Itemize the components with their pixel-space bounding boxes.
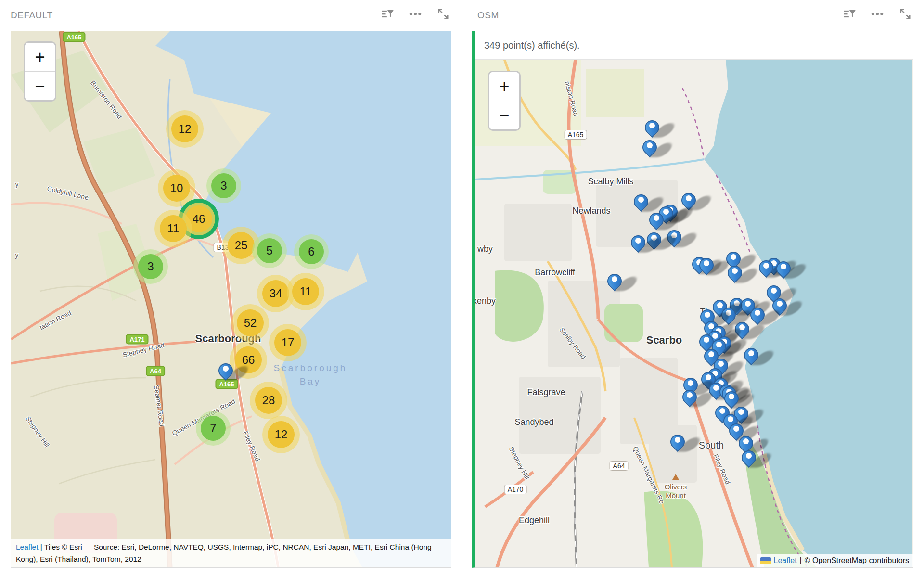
cluster-marker[interactable]: 5 [257,238,282,263]
attribution-text: © OpenStreetMap contributors [805,556,909,565]
leaflet-link[interactable]: Leaflet [16,543,38,551]
marker-dot [746,453,752,459]
marker-dot [675,437,680,443]
marker-dot [654,215,659,221]
points-count-status: 349 point(s) affiché(s). [475,40,580,51]
marker-dot [647,142,653,148]
filter-sort-icon[interactable] [380,7,395,21]
marker-dot [738,409,744,415]
marker-dot [712,333,718,339]
marker-dot [649,123,655,128]
attribution-separator: | [800,556,802,565]
map-attribution: Leaflet | © OpenStreetMap contributors [757,554,913,567]
cluster-marker[interactable]: 25 [228,232,255,259]
zoom-control: + − [24,41,56,102]
marker-dot [706,374,711,380]
marker-dot [223,366,229,372]
esri-basemap [11,31,451,567]
marker-dot [732,268,738,274]
dashboard: DEFAULT [0,0,924,577]
marker-dot [755,310,760,316]
marker-dot [771,288,777,294]
cluster-marker[interactable]: 10 [163,175,190,202]
osm-basemap [475,59,912,567]
filter-sort-icon[interactable] [842,7,857,21]
zoom-in-button[interactable]: + [489,72,519,101]
more-icon[interactable] [408,7,423,21]
cluster-marker[interactable]: 7 [201,416,226,441]
cluster-marker[interactable]: 28 [255,387,282,414]
marker-dot [686,195,692,201]
marker-dot [718,361,724,367]
map-panel-default: + − Leaflet | Tiles © Esri — Source: Esr… [11,31,451,568]
marker-dot [716,342,722,347]
cluster-marker[interactable]: 11 [292,278,319,305]
cluster-marker[interactable]: 46 [185,205,212,232]
zoom-in-button[interactable]: + [25,43,55,72]
marker-dot [717,302,723,308]
more-icon[interactable] [870,7,885,21]
osm-map[interactable]: + − Leaflet | © OpenStreetMap contributo… [475,59,913,567]
marker-dot [635,238,641,244]
status-bar: 349 point(s) affiché(s). [475,31,913,60]
marker-dot [705,312,710,318]
marker-dot [733,426,739,432]
marker-dot [781,264,786,269]
attribution-separator: | [38,543,44,551]
marker-dot [743,438,749,444]
cluster-marker[interactable]: 11 [160,215,187,242]
marker-dot [713,385,719,391]
esri-map[interactable]: + − Leaflet | Tiles © Esri — Source: Esr… [11,31,451,567]
marker-dot [687,392,693,398]
marker-dot [745,301,751,307]
panel-toolbar-osm [842,7,912,21]
cluster-marker[interactable]: 12 [171,115,198,142]
panel-title: DEFAULT [11,10,53,21]
cluster-marker[interactable]: 12 [268,421,295,448]
zoom-out-button[interactable]: − [489,101,519,129]
cluster-marker[interactable]: 3 [211,173,236,198]
zoom-out-button[interactable]: − [25,72,55,100]
marker-dot [763,263,769,269]
expand-icon[interactable] [436,7,450,21]
marker-dot [704,337,709,343]
cluster-marker[interactable]: 52 [237,309,264,336]
map-attribution: Leaflet | Tiles © Esri — Source: Esri, D… [11,539,451,567]
cluster-marker[interactable]: 34 [262,280,289,307]
marker-dot [777,301,783,307]
cluster-marker[interactable]: 6 [299,239,324,264]
marker-dot [728,416,733,422]
attribution-text: Tiles © Esri — Source: Esri, DeLorme, NA… [16,543,432,563]
marker-dot [612,276,617,282]
marker-dot [729,394,734,399]
zoom-control: + − [488,71,521,131]
panel-toolbar-default [380,7,450,21]
marker-dot [748,350,754,356]
peak-icon [672,474,679,480]
marker-dot [719,408,725,414]
leaflet-link[interactable]: Leaflet [774,556,797,565]
marker-dot [638,197,644,203]
expand-icon[interactable] [898,7,912,21]
marker-dot [688,380,693,386]
marker-dot [708,351,714,357]
marker-dot [663,209,669,215]
marker-dot [731,254,736,260]
panel-title: OSM [477,10,499,21]
ukraine-flag-icon [760,557,771,564]
map-panel-osm: 349 point(s) affiché(s). [472,31,913,568]
marker-dot [704,260,709,266]
cluster-marker[interactable]: 17 [274,329,301,356]
cluster-marker[interactable]: 3 [138,254,163,279]
